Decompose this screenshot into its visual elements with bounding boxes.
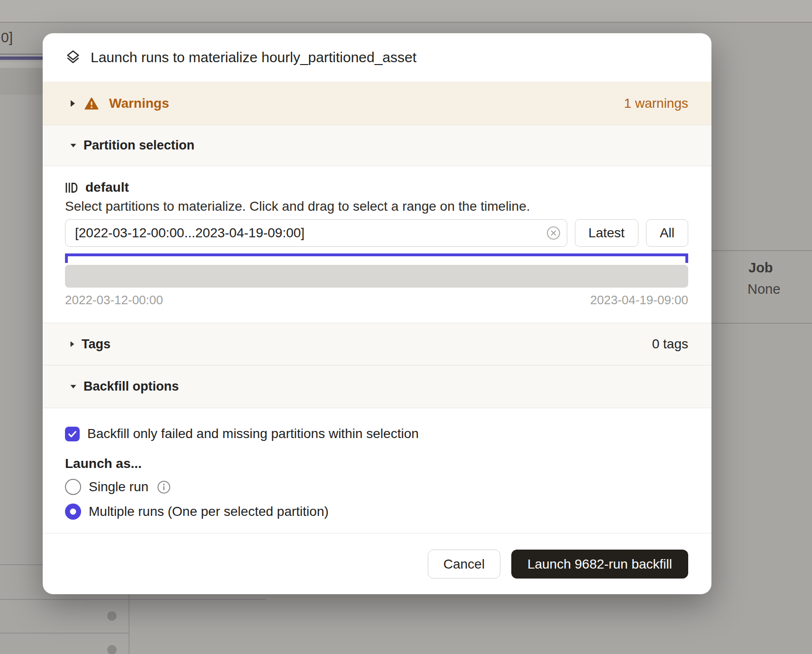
- background-band: [0, 68, 47, 95]
- background-truncated-text: 0]: [1, 29, 13, 46]
- backfill-options-body: Backfill only failed and missing partiti…: [43, 408, 711, 533]
- dialog-title: Launch runs to materialize hourly_partit…: [91, 49, 416, 65]
- timeline-start-date: 2022-03-12-00:00: [65, 293, 163, 308]
- partition-dimension-row: default: [65, 179, 688, 196]
- partition-set-icon: [65, 181, 78, 194]
- tags-section-toggle[interactable]: Tags 0 tags: [43, 323, 711, 365]
- timeline-date-labels: 2022-03-12-00:00 2023-04-19-09:00: [65, 293, 688, 308]
- background-divider: [0, 54, 47, 55]
- checkbox-checked-icon[interactable]: [65, 427, 80, 441]
- background-status-dot: [107, 645, 117, 654]
- partition-input-wrap: [65, 219, 567, 247]
- dialog-header: Launch runs to materialize hourly_partit…: [43, 33, 711, 82]
- background-row-divider: [711, 250, 812, 251]
- chevron-right-icon: [70, 340, 75, 348]
- backfill-options-toggle[interactable]: Backfill options: [43, 365, 711, 408]
- backfill-only-failed-checkbox-row[interactable]: Backfill only failed and missing partiti…: [65, 426, 688, 441]
- warnings-count: 1 warnings: [624, 96, 688, 111]
- tags-label: Tags: [82, 337, 111, 352]
- all-button[interactable]: All: [646, 219, 688, 247]
- background-status-dot: [107, 611, 117, 621]
- warnings-section-toggle[interactable]: Warnings 1 warnings: [43, 82, 711, 125]
- single-run-radio-row[interactable]: Single run: [65, 477, 688, 496]
- chevron-right-icon: [70, 99, 76, 108]
- background-row-divider: [0, 564, 47, 565]
- clear-input-icon[interactable]: [546, 226, 561, 240]
- radio-unselected-icon[interactable]: [65, 479, 81, 495]
- backfill-options-label: Backfill options: [83, 379, 179, 394]
- background-tab-underline: [0, 56, 47, 60]
- dialog-footer: Cancel Launch 9682-run backfill: [43, 533, 711, 594]
- cancel-button[interactable]: Cancel: [428, 550, 500, 579]
- selection-range-bracket: [65, 253, 688, 263]
- background-band: [0, 62, 47, 68]
- checkbox-label: Backfill only failed and missing partiti…: [87, 426, 419, 441]
- partition-timeline-bar[interactable]: [65, 265, 688, 288]
- launch-as-label: Launch as...: [65, 456, 688, 472]
- multiple-runs-radio-row[interactable]: Multiple runs (One per selected partitio…: [65, 502, 688, 521]
- warning-triangle-icon: [84, 97, 99, 110]
- background-top-bar: [0, 0, 812, 23]
- chevron-down-icon: [70, 384, 77, 389]
- partition-selection-body: default Select partitions to materialize…: [43, 166, 711, 323]
- partition-input-row: Latest All: [65, 219, 688, 247]
- info-icon[interactable]: [157, 480, 171, 494]
- launch-backfill-button[interactable]: Launch 9682-run backfill: [511, 550, 688, 579]
- selection-range-start-tick: [65, 256, 68, 263]
- timeline-end-date: 2023-04-19-09:00: [590, 293, 688, 308]
- warnings-label: Warnings: [109, 96, 169, 111]
- launch-backfill-dialog: Launch runs to materialize hourly_partit…: [43, 33, 711, 594]
- partition-description: Select partitions to materialize. Click …: [65, 198, 688, 215]
- selection-range-end-tick: [685, 256, 688, 263]
- background-row-divider: [0, 633, 129, 634]
- materialize-layers-icon: [65, 50, 81, 65]
- multiple-runs-label: Multiple runs (One per selected partitio…: [89, 504, 329, 519]
- radio-selected-icon[interactable]: [65, 504, 81, 520]
- single-run-label: Single run: [89, 479, 148, 495]
- background-row-divider: [0, 599, 266, 600]
- partition-range-input[interactable]: [65, 219, 567, 247]
- background-row-divider: [711, 323, 812, 324]
- partition-selection-label: Partition selection: [83, 138, 194, 153]
- background-job-column-header: Job: [748, 260, 773, 276]
- latest-button[interactable]: Latest: [575, 219, 638, 247]
- chevron-down-icon: [70, 143, 77, 148]
- tags-count: 0 tags: [652, 336, 688, 352]
- partition-dimension-name: default: [85, 180, 129, 195]
- partition-selection-toggle[interactable]: Partition selection: [43, 125, 711, 166]
- background-job-value: None: [747, 281, 780, 297]
